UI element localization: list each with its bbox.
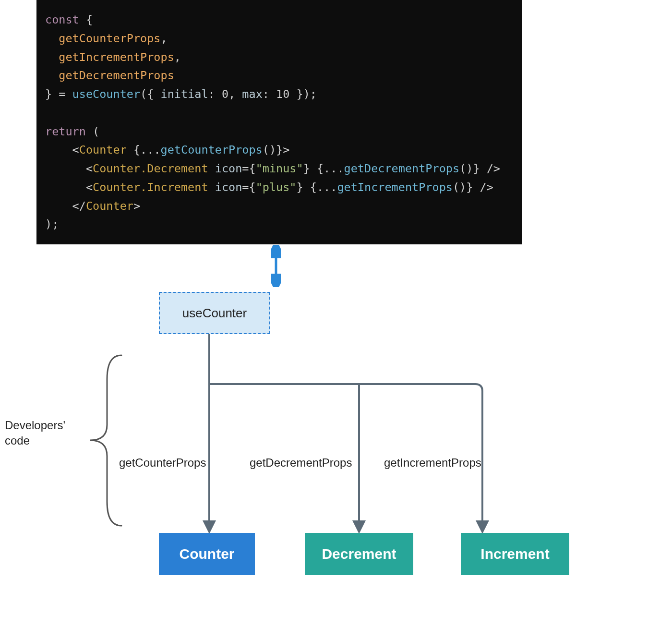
jsx-counter-increment: Counter.Increment [93,181,208,194]
hook-box-usecounter: useCounter [159,292,270,334]
ident-getDecrementProps: getDecrementProps [59,69,174,82]
jsx-counter-close: Counter [86,199,133,213]
jsx-counter-open: Counter [79,143,127,157]
developers-code-label: Developers' code [5,418,65,449]
fn-useCounter: useCounter [72,87,140,101]
double-arrow-icon [271,245,281,287]
hook-box-label: useCounter [182,306,247,321]
code-snippet: const { getCounterProps, getIncrementPro… [36,0,522,244]
ident-getIncrementProps: getIncrementProps [59,50,174,64]
box-counter: Counter [159,533,255,575]
box-counter-label: Counter [180,546,235,562]
brace-open: { [86,13,93,26]
edge-label-getdecrementprops: getDecrementProps [250,456,352,470]
edge-label-getincrementprops: getIncrementProps [384,456,481,470]
keyword-return: return [45,125,86,138]
box-increment-label: Increment [480,546,549,562]
edge-label-getcounterprops: getCounterProps [119,456,206,470]
ident-getCounterProps: getCounterProps [59,32,160,45]
curly-brace-icon [81,353,129,528]
box-increment: Increment [461,533,569,575]
box-decrement-label: Decrement [322,546,396,562]
jsx-counter-decrement: Counter.Decrement [93,162,208,175]
diagram-area: useCounter getCounterProps getDecrementP… [0,240,672,624]
keyword-const: const [45,13,79,26]
box-decrement: Decrement [305,533,413,575]
